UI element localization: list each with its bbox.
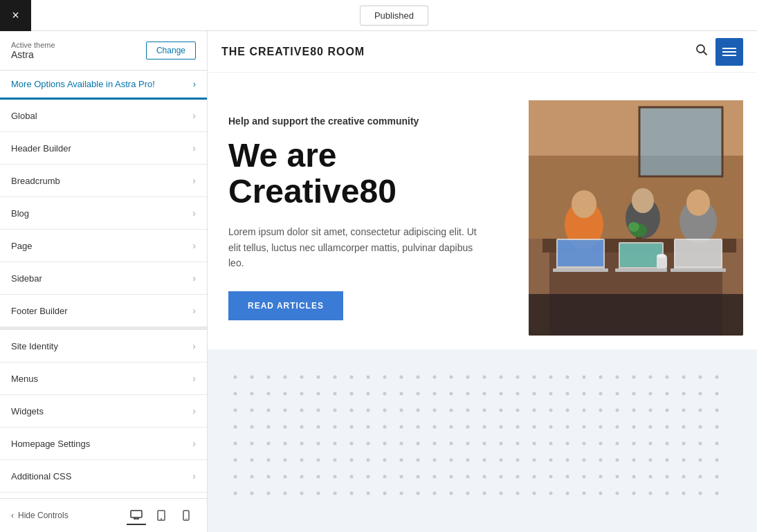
svg-point-250 bbox=[715, 475, 719, 479]
sidebar-item-site-identity[interactable]: Site Identity › bbox=[0, 330, 207, 363]
svg-point-136 bbox=[317, 425, 320, 429]
svg-point-271 bbox=[566, 492, 569, 495]
svg-point-232 bbox=[417, 475, 420, 479]
svg-point-273 bbox=[599, 492, 603, 495]
sidebar-item-footer-builder[interactable]: Footer Builder › bbox=[0, 295, 207, 327]
svg-point-63 bbox=[599, 376, 603, 379]
tablet-view-button[interactable] bbox=[152, 506, 171, 525]
svg-point-203 bbox=[433, 459, 437, 462]
svg-point-52 bbox=[417, 376, 420, 379]
svg-point-66 bbox=[649, 376, 653, 379]
mobile-view-button[interactable] bbox=[176, 506, 196, 525]
read-articles-button[interactable]: READ ARTICLES bbox=[228, 291, 343, 320]
svg-point-125 bbox=[632, 409, 636, 412]
svg-point-90 bbox=[549, 392, 553, 396]
svg-point-132 bbox=[250, 425, 254, 429]
svg-point-266 bbox=[483, 492, 486, 495]
svg-point-41 bbox=[234, 376, 237, 379]
sidebar-item-label: Widgets bbox=[11, 406, 44, 416]
chevron-right-icon: › bbox=[192, 340, 196, 351]
astra-pro-banner[interactable]: More Options Available in Astra Pro! › bbox=[0, 71, 207, 100]
svg-point-143 bbox=[433, 425, 437, 429]
sidebar-item-header-builder[interactable]: Header Builder › bbox=[0, 132, 207, 165]
sidebar-item-homepage-settings[interactable]: Homepage Settings › bbox=[0, 428, 207, 460]
sidebar-item-global[interactable]: Global › bbox=[0, 100, 207, 132]
sidebar-footer: ‹ Hide Controls bbox=[0, 498, 207, 532]
svg-point-233 bbox=[433, 475, 437, 479]
svg-point-134 bbox=[284, 425, 287, 429]
change-theme-button[interactable]: Change bbox=[146, 42, 196, 59]
svg-point-209 bbox=[533, 459, 536, 462]
svg-point-269 bbox=[533, 492, 536, 495]
svg-point-39 bbox=[628, 222, 639, 232]
svg-point-65 bbox=[632, 376, 636, 379]
svg-line-9 bbox=[704, 52, 707, 55]
svg-point-141 bbox=[400, 425, 403, 429]
desktop-view-button[interactable] bbox=[127, 506, 146, 525]
svg-point-146 bbox=[483, 425, 486, 429]
svg-point-82 bbox=[417, 392, 420, 396]
svg-point-100 bbox=[715, 392, 719, 396]
hero-content: Help and support the creative community … bbox=[228, 116, 508, 321]
sidebar-item-breadcrumb[interactable]: Breadcrumb › bbox=[0, 165, 207, 197]
svg-point-61 bbox=[566, 376, 569, 379]
sidebar-item-menus[interactable]: Menus › bbox=[0, 363, 207, 395]
svg-point-170 bbox=[383, 442, 387, 446]
svg-point-144 bbox=[450, 425, 453, 429]
svg-point-76 bbox=[317, 392, 320, 396]
published-section: Published bbox=[31, 6, 757, 26]
svg-point-110 bbox=[383, 409, 387, 412]
sidebar-item-page[interactable]: Page › bbox=[0, 230, 207, 262]
svg-point-180 bbox=[549, 442, 553, 446]
chevron-right-icon: › bbox=[192, 240, 196, 251]
hero-body: Lorem ipsum dolor sit amet, consectetur … bbox=[228, 224, 477, 270]
svg-point-121 bbox=[566, 409, 569, 412]
svg-point-220 bbox=[715, 459, 719, 462]
svg-point-80 bbox=[383, 392, 387, 396]
svg-point-188 bbox=[682, 442, 686, 446]
sidebar-item-label: Header Builder bbox=[11, 143, 71, 154]
sidebar-item-additional-css[interactable]: Additional CSS › bbox=[0, 460, 207, 493]
svg-point-107 bbox=[334, 409, 337, 412]
svg-rect-40 bbox=[529, 294, 743, 336]
svg-point-201 bbox=[400, 459, 403, 462]
svg-point-79 bbox=[367, 392, 370, 396]
svg-point-47 bbox=[334, 376, 337, 379]
hide-controls-button[interactable]: ‹ Hide Controls bbox=[11, 511, 69, 520]
svg-point-262 bbox=[417, 492, 420, 495]
search-button[interactable] bbox=[695, 43, 709, 60]
svg-point-71 bbox=[234, 392, 237, 396]
svg-point-240 bbox=[549, 475, 553, 479]
svg-point-103 bbox=[267, 409, 271, 412]
svg-point-99 bbox=[699, 392, 702, 396]
svg-point-72 bbox=[250, 392, 254, 396]
sidebar-item-label: Footer Builder bbox=[11, 306, 68, 316]
svg-point-5 bbox=[161, 518, 162, 520]
svg-point-237 bbox=[500, 475, 503, 479]
svg-point-89 bbox=[533, 392, 536, 396]
menu-button[interactable] bbox=[715, 38, 743, 66]
svg-point-25 bbox=[686, 190, 710, 216]
sidebar-item-widgets[interactable]: Widgets › bbox=[0, 395, 207, 428]
close-button[interactable]: × bbox=[0, 0, 31, 31]
svg-rect-31 bbox=[615, 268, 667, 272]
svg-point-155 bbox=[632, 425, 636, 429]
sidebar-item-sidebar[interactable]: Sidebar › bbox=[0, 262, 207, 295]
svg-point-128 bbox=[682, 409, 686, 412]
sidebar-item-blog[interactable]: Blog › bbox=[0, 197, 207, 230]
svg-point-148 bbox=[516, 425, 520, 429]
svg-point-219 bbox=[699, 459, 702, 462]
svg-point-119 bbox=[533, 409, 536, 412]
svg-point-116 bbox=[483, 409, 486, 412]
svg-point-124 bbox=[616, 409, 619, 412]
svg-point-231 bbox=[400, 475, 403, 479]
svg-point-158 bbox=[682, 425, 686, 429]
svg-point-184 bbox=[616, 442, 619, 446]
svg-point-192 bbox=[250, 459, 254, 462]
svg-point-165 bbox=[300, 442, 304, 446]
published-button[interactable]: Published bbox=[360, 6, 428, 26]
svg-point-154 bbox=[616, 425, 619, 429]
svg-point-153 bbox=[599, 425, 603, 429]
sidebar-item-label: Page bbox=[11, 241, 32, 251]
svg-point-248 bbox=[682, 475, 686, 479]
